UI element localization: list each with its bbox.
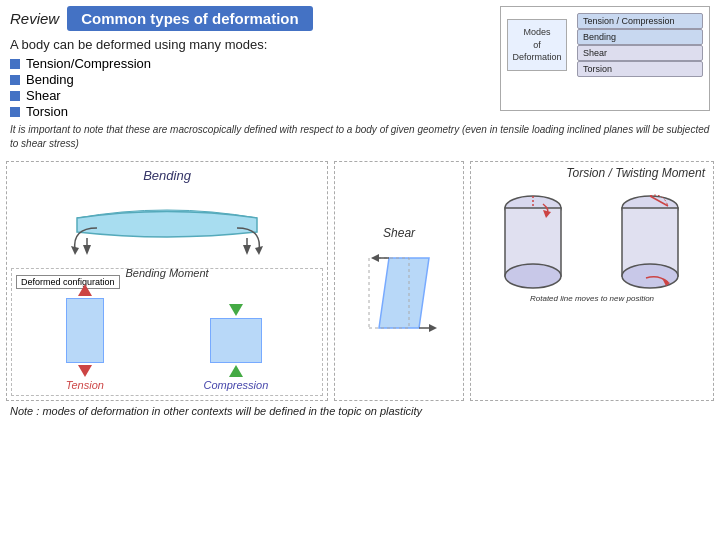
compression-rect — [210, 318, 262, 363]
item-label-2: Bending — [26, 72, 74, 87]
svg-point-19 — [622, 264, 678, 288]
torsion-note: Rotated line moves to new position — [475, 294, 709, 303]
tc-visuals: Tension Compression — [16, 291, 318, 391]
tension-rect — [66, 298, 104, 363]
item-label-3: Shear — [26, 88, 61, 103]
mode-tension-compression: Tension / Compression — [577, 13, 703, 29]
svg-marker-1 — [83, 245, 91, 255]
modes-box: ModesofDeformation — [507, 19, 566, 71]
compression-label: Compression — [203, 379, 268, 391]
svg-marker-11 — [371, 254, 379, 262]
item-label-1: Tension/Compression — [26, 56, 151, 71]
shear-visual — [359, 248, 439, 338]
svg-marker-9 — [429, 324, 437, 332]
diagrams-row: Bending Bending Moment — [0, 161, 720, 401]
tension-compression-sub: Deformed configuration Tension Compressi… — [11, 268, 323, 396]
arrow-down-red — [78, 365, 92, 377]
arrow-down-green — [229, 304, 243, 316]
arrow-up-green — [229, 365, 243, 377]
svg-marker-4 — [71, 246, 79, 255]
cylinder-1 — [501, 190, 566, 290]
tension-visual: Tension — [66, 284, 104, 391]
tension-label: Tension — [66, 379, 104, 391]
torsion-visuals — [475, 190, 709, 290]
arrow-up-red — [78, 284, 92, 296]
bending-visual — [67, 200, 267, 265]
modes-list: Tension / Compression Bending Shear Tors… — [567, 13, 703, 77]
cylinder-2 — [618, 190, 683, 290]
review-label: Review — [10, 10, 59, 27]
svg-marker-3 — [243, 245, 251, 255]
bottom-note: Note : modes of deformation in other con… — [0, 401, 720, 417]
svg-marker-6 — [379, 258, 429, 328]
page-title: Common types of deformation — [67, 6, 313, 31]
mode-torsion: Torsion — [577, 61, 703, 77]
svg-point-14 — [505, 264, 561, 288]
bending-label: Bending — [143, 168, 191, 183]
item-label-4: Torsion — [26, 104, 68, 119]
bending-section: Bending Bending Moment — [6, 161, 328, 401]
shear-label: Shear — [383, 226, 415, 240]
note-text: It is important to note that these are m… — [10, 123, 710, 151]
mode-shear: Shear — [577, 45, 703, 61]
svg-marker-5 — [255, 246, 263, 255]
modes-diagram: ModesofDeformation Tension / Compression… — [500, 6, 710, 111]
shear-section: Shear — [334, 161, 464, 401]
bullet-4 — [10, 107, 20, 117]
compression-visual: Compression — [203, 304, 268, 391]
bullet-3 — [10, 91, 20, 101]
bullet-2 — [10, 75, 20, 85]
torsion-label: Torsion / Twisting Moment — [475, 166, 709, 180]
mode-bending: Bending — [577, 29, 703, 45]
bullet-1 — [10, 59, 20, 69]
modes-left: ModesofDeformation — [507, 13, 567, 77]
torsion-section: Torsion / Twisting Moment — [470, 161, 714, 401]
